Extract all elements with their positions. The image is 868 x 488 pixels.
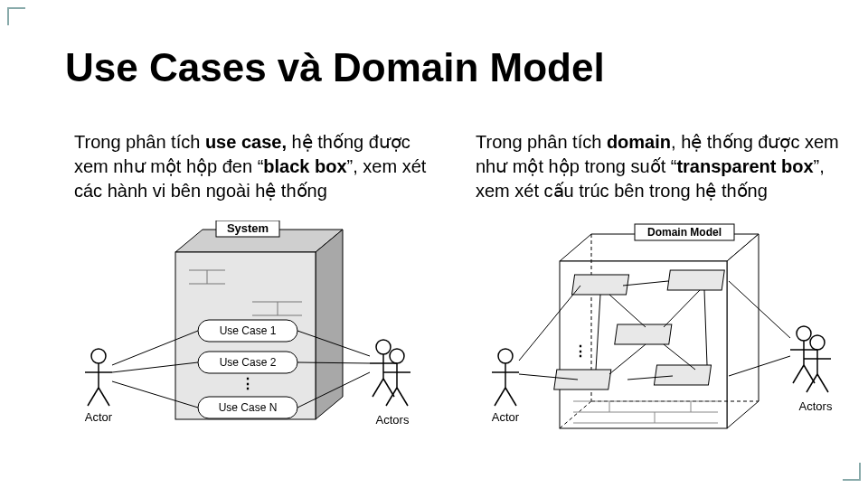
svg-line-70: [793, 365, 804, 383]
svg-line-64: [505, 388, 516, 406]
actors-label: Actors: [376, 413, 410, 427]
dm-label: Domain Model: [647, 226, 722, 239]
svg-point-21: [376, 340, 391, 354]
svg-marker-35: [727, 234, 759, 428]
svg-point-72: [810, 335, 825, 350]
text-bold: black box: [263, 156, 346, 176]
svg-marker-1: [316, 230, 343, 419]
svg-rect-50: [554, 370, 611, 389]
svg-line-29: [386, 388, 397, 406]
svg-rect-49: [615, 324, 672, 344]
diagram-domain-model: Domain Model: [474, 221, 849, 469]
svg-line-17: [99, 388, 109, 406]
paragraph-left: Trong phân tích use case, hệ thống được …: [74, 130, 436, 203]
svg-point-26: [390, 349, 404, 363]
actors-label: Actors: [799, 399, 833, 413]
actor-label: Actor: [492, 410, 520, 424]
svg-line-30: [397, 388, 408, 406]
actor-icon: [85, 349, 112, 406]
text-bold: use case,: [205, 132, 287, 152]
svg-point-60: [498, 349, 513, 363]
svg-line-63: [495, 388, 505, 406]
svg-line-76: [817, 374, 828, 392]
dots: ⋮: [573, 343, 588, 359]
text-bold: transparent box: [676, 156, 813, 176]
svg-rect-47: [571, 275, 628, 295]
actor-icon: [492, 349, 519, 406]
svg-point-67: [797, 326, 811, 341]
slide-title: Use Cases và Domain Model: [65, 45, 605, 90]
svg-rect-48: [667, 270, 724, 290]
svg-rect-51: [654, 365, 711, 385]
actors-icon: [790, 326, 831, 392]
uc1-label: Use Case 1: [220, 324, 277, 337]
actor-label: Actor: [85, 410, 113, 424]
domain-model-svg: Domain Model: [474, 221, 849, 469]
diagram-use-case: System Use Case 1 Use Case 2 Use Case N …: [71, 221, 429, 469]
text: Trong phân tích: [74, 132, 205, 152]
svg-line-75: [807, 374, 817, 392]
svg-point-13: [91, 349, 106, 363]
svg-line-24: [373, 379, 383, 397]
slide: Use Cases và Domain Model Trong phân tíc…: [0, 0, 868, 488]
ucn-label: Use Case N: [219, 401, 278, 414]
actors-icon: [370, 340, 410, 406]
dots: ⋮: [241, 376, 255, 391]
uc2-label: Use Case 2: [220, 356, 277, 369]
use-case-svg: System Use Case 1 Use Case 2 Use Case N …: [71, 221, 429, 469]
paragraph-right: Trong phân tích domain, hệ thống được xe…: [476, 130, 846, 203]
svg-line-16: [88, 388, 99, 406]
corner-decoration-tl: [7, 7, 25, 25]
system-label: System: [227, 221, 269, 235]
text: Trong phân tích: [476, 132, 607, 152]
text-bold: domain: [607, 132, 671, 152]
